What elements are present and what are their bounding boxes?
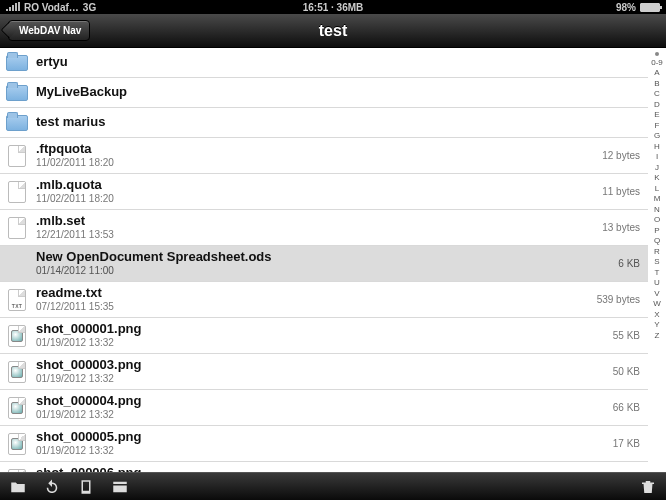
index-letter[interactable]: B	[654, 80, 659, 88]
battery-icon	[640, 3, 660, 12]
back-button[interactable]: WebDAV Nav	[8, 20, 90, 41]
index-letter[interactable]: P	[654, 227, 659, 235]
file-icon	[8, 145, 26, 167]
status-time: 16:51 · 36MB	[224, 2, 442, 13]
item-date: 07/12/2011 15:35	[36, 301, 589, 313]
battery-percent: 98%	[616, 2, 636, 13]
index-letter[interactable]: S	[654, 258, 659, 266]
folder-row[interactable]: ertyu	[0, 48, 648, 78]
device-button[interactable]	[76, 477, 96, 497]
index-letter[interactable]: O	[654, 216, 660, 224]
item-name: New OpenDocument Spreadsheet.ods	[36, 250, 610, 265]
item-size: 17 KB	[613, 438, 642, 449]
carrier-label: RO Vodaf…	[24, 2, 79, 13]
toolbar	[0, 472, 666, 500]
file-row[interactable]: .mlb.quota11/02/2011 18:2011 bytes	[0, 174, 648, 210]
item-name: shot_000005.png	[36, 430, 605, 445]
index-letter[interactable]: I	[656, 153, 658, 161]
item-date: 01/14/2012 11:00	[36, 265, 610, 277]
index-letter[interactable]: E	[654, 111, 659, 119]
file-row[interactable]: shot_000004.png01/19/2012 13:3266 KB	[0, 390, 648, 426]
image-file-icon	[8, 361, 26, 383]
folder-row[interactable]: MyLiveBackup	[0, 78, 648, 108]
folder-icon	[6, 55, 28, 71]
index-letter[interactable]: A	[654, 69, 659, 77]
index-letter[interactable]: L	[655, 185, 659, 193]
media-button[interactable]	[110, 477, 130, 497]
item-date: 11/02/2011 18:20	[36, 157, 594, 169]
file-row[interactable]: New OpenDocument Spreadsheet.ods01/14/20…	[0, 246, 648, 282]
navigation-bar: WebDAV Nav test	[0, 14, 666, 48]
item-name: MyLiveBackup	[36, 85, 642, 100]
item-size: 55 KB	[613, 330, 642, 341]
item-date: 01/19/2012 13:32	[36, 337, 605, 349]
item-name: .ftpquota	[36, 142, 594, 157]
index-letter[interactable]: M	[654, 195, 661, 203]
item-name: shot_000004.png	[36, 394, 605, 409]
item-size: 539 bytes	[597, 294, 642, 305]
network-label: 3G	[83, 2, 96, 13]
item-name: .mlb.quota	[36, 178, 594, 193]
refresh-button[interactable]	[42, 477, 62, 497]
file-row[interactable]: readme.txt07/12/2011 15:35539 bytes	[0, 282, 648, 318]
folder-row[interactable]: test marius	[0, 108, 648, 138]
item-size: 50 KB	[613, 366, 642, 377]
index-letter[interactable]: W	[653, 300, 661, 308]
item-date: 01/19/2012 13:32	[36, 409, 605, 421]
file-row[interactable]: shot_000003.png01/19/2012 13:3250 KB	[0, 354, 648, 390]
item-date: 01/19/2012 13:32	[36, 445, 605, 457]
index-letter[interactable]: D	[654, 101, 660, 109]
index-letter[interactable]: X	[654, 311, 659, 319]
section-index[interactable]: 0-9ABCDEFGHIJKLMNOPQRSTUVWXYZ	[648, 48, 666, 472]
file-row[interactable]: shot_000005.png01/19/2012 13:3217 KB	[0, 426, 648, 462]
new-folder-button[interactable]	[8, 477, 28, 497]
file-icon	[8, 181, 26, 203]
index-letter[interactable]: U	[654, 279, 660, 287]
item-name: .mlb.set	[36, 214, 594, 229]
item-size: 13 bytes	[602, 222, 642, 233]
item-size: 11 bytes	[602, 186, 642, 197]
index-search-icon[interactable]	[655, 52, 659, 56]
index-letter[interactable]: C	[654, 90, 660, 98]
image-file-icon	[8, 433, 26, 455]
trash-button[interactable]	[638, 477, 658, 497]
item-date: 11/02/2011 18:20	[36, 193, 594, 205]
item-date: 01/19/2012 13:32	[36, 373, 605, 385]
index-letter[interactable]: R	[654, 248, 660, 256]
index-letter[interactable]: N	[654, 206, 660, 214]
file-icon	[8, 217, 26, 239]
item-name: shot_000003.png	[36, 358, 605, 373]
file-row[interactable]: .ftpquota11/02/2011 18:2012 bytes	[0, 138, 648, 174]
index-letter[interactable]: 0-9	[651, 59, 663, 67]
file-row[interactable]: .mlb.set12/21/2011 13:5313 bytes	[0, 210, 648, 246]
file-list[interactable]: ertyuMyLiveBackuptest marius.ftpquota11/…	[0, 48, 648, 472]
item-name: ertyu	[36, 55, 642, 70]
signal-icon	[6, 3, 20, 11]
image-file-icon	[8, 397, 26, 419]
item-size: 66 KB	[613, 402, 642, 413]
index-letter[interactable]: Q	[654, 237, 660, 245]
text-file-icon	[8, 289, 26, 311]
item-name: shot_000001.png	[36, 322, 605, 337]
file-row[interactable]: shot_000001.png01/19/2012 13:3255 KB	[0, 318, 648, 354]
item-date: 12/21/2011 13:53	[36, 229, 594, 241]
index-letter[interactable]: J	[655, 164, 659, 172]
item-name: test marius	[36, 115, 642, 130]
index-letter[interactable]: V	[654, 290, 659, 298]
item-size: 12 bytes	[602, 150, 642, 161]
status-bar: RO Vodaf… 3G 16:51 · 36MB 98%	[0, 0, 666, 14]
folder-icon	[6, 85, 28, 101]
image-file-icon	[8, 469, 26, 473]
index-letter[interactable]: H	[654, 143, 660, 151]
index-letter[interactable]: T	[655, 269, 660, 277]
back-button-label: WebDAV Nav	[19, 25, 81, 36]
file-row[interactable]: shot_000006.png01/19/2012 13:32	[0, 462, 648, 472]
item-size: 6 KB	[618, 258, 642, 269]
item-name: readme.txt	[36, 286, 589, 301]
index-letter[interactable]: K	[654, 174, 659, 182]
index-letter[interactable]: Z	[655, 332, 660, 340]
folder-icon	[6, 115, 28, 131]
index-letter[interactable]: Y	[654, 321, 659, 329]
index-letter[interactable]: G	[654, 132, 660, 140]
index-letter[interactable]: F	[655, 122, 660, 130]
